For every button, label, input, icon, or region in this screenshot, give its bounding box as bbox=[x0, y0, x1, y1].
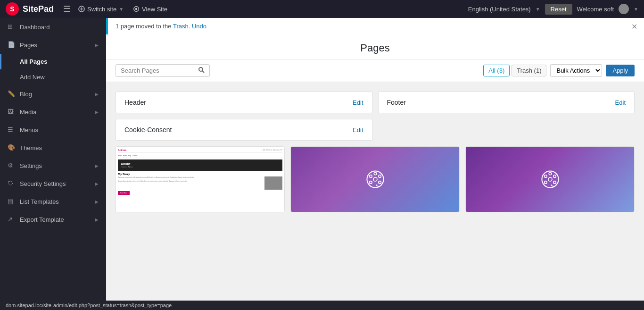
theme-preview-blog bbox=[291, 147, 459, 212]
svg-point-14 bbox=[544, 175, 547, 178]
page-card-header: Header Edit bbox=[116, 92, 372, 113]
dashboard-icon: ⊞ bbox=[8, 23, 15, 31]
sidebar-item-export-template[interactable]: ↗ Export Template ▶ bbox=[0, 210, 106, 228]
sidebar-item-menus[interactable]: ☰ Menus bbox=[0, 121, 106, 139]
page-card-name-cookie: Cookie-Consent bbox=[124, 126, 172, 134]
svg-point-15 bbox=[549, 172, 552, 175]
theme-preview-home bbox=[466, 147, 634, 212]
media-chevron: ▶ bbox=[95, 109, 99, 115]
apply-button[interactable]: Apply bbox=[606, 65, 635, 76]
topbar-right: English (United States) ▼ Reset Welcome … bbox=[468, 4, 638, 15]
trash-link[interactable]: Trash bbox=[173, 23, 189, 30]
sidebar-item-security-settings[interactable]: 🛡 Security Settings ▶ bbox=[0, 175, 106, 193]
theme-footer-blog: Blog bbox=[291, 212, 459, 212]
media-icon: 🖼 bbox=[8, 108, 15, 116]
page-card-footer: Footer Edit bbox=[378, 92, 635, 113]
thumbnails-row: Actress ✦ 121, 4th Street, Manhattan, NY… bbox=[116, 146, 635, 212]
sidebar-item-add-new[interactable]: Add New bbox=[0, 69, 106, 85]
svg-point-7 bbox=[369, 175, 372, 178]
sidebar-item-media[interactable]: 🖼 Media ▶ bbox=[0, 103, 106, 121]
theme-preview-actress: Actress ✦ 121, 4th Street, Manhattan, NY… bbox=[116, 147, 284, 212]
palette-icon-home bbox=[539, 168, 561, 191]
svg-point-11 bbox=[369, 181, 372, 184]
sidebar-item-pages[interactable]: 📄 Pages ▶ bbox=[0, 36, 106, 54]
svg-line-4 bbox=[203, 71, 205, 73]
page-card-name-header: Header bbox=[124, 99, 146, 106]
sidebar-item-label-add-new: Add New bbox=[20, 74, 45, 81]
avatar-chevron: ▼ bbox=[634, 7, 638, 12]
filter-bar: All (3) Trash (1) Bulk Actions Apply bbox=[106, 59, 644, 82]
page-header: Pages bbox=[106, 34, 644, 59]
reset-button[interactable]: Reset bbox=[545, 4, 572, 15]
filter-tab-trash[interactable]: Trash (1) bbox=[512, 65, 546, 76]
sidebar-item-label-all-pages: All Pages bbox=[20, 58, 48, 65]
sidebar-item-list-templates[interactable]: ▤ List Templates ▶ bbox=[0, 193, 106, 210]
sidebar-item-blog[interactable]: ✏️ Blog ▶ bbox=[0, 85, 106, 103]
theme-footer-home: Home bbox=[466, 212, 634, 212]
filter-tabs: All (3) Trash (1) bbox=[483, 65, 546, 76]
search-wrap bbox=[116, 64, 210, 77]
search-button[interactable] bbox=[196, 65, 206, 76]
switch-site-chevron: ▼ bbox=[119, 7, 124, 12]
svg-point-2 bbox=[135, 8, 137, 10]
main-content: 1 page moved to the Trash. Undo ✕ Pages bbox=[106, 18, 644, 301]
settings-icon: ⚙ bbox=[8, 162, 15, 169]
theme-footer-actress: Actress bbox=[116, 212, 284, 212]
sidebar-item-label-pages: Pages bbox=[20, 42, 37, 49]
avatar[interactable] bbox=[619, 4, 629, 14]
welcome-text: Welcome soft bbox=[577, 6, 614, 13]
logo: S SitePad bbox=[6, 2, 54, 16]
theme-card-blog: Blog bbox=[290, 146, 460, 212]
notif-close-button[interactable]: ✕ bbox=[631, 22, 637, 31]
edit-link-footer[interactable]: Edit bbox=[615, 99, 626, 106]
edit-link-cookie[interactable]: Edit bbox=[353, 126, 363, 134]
sidebar-item-label-security: Security Settings bbox=[20, 180, 66, 187]
list-templates-chevron: ▶ bbox=[95, 199, 99, 204]
sidebar: ⊞ Dashboard 📄 Pages ▶ All Pages Add New … bbox=[0, 18, 106, 301]
language-select[interactable]: English (United States) bbox=[468, 6, 531, 13]
theme-card-home: Home bbox=[465, 146, 635, 212]
filter-tab-all[interactable]: All (3) bbox=[483, 65, 510, 76]
sidebar-item-label-dashboard: Dashboard bbox=[20, 24, 50, 31]
menus-icon: ☰ bbox=[8, 126, 15, 134]
page-title: Pages bbox=[116, 42, 635, 54]
edit-link-header[interactable]: Edit bbox=[353, 99, 363, 106]
layout: ⊞ Dashboard 📄 Pages ▶ All Pages Add New … bbox=[0, 18, 644, 301]
statusbar: dom.sitepad.loc/site-admin/edit.php?post… bbox=[0, 301, 644, 310]
switch-site-label: Switch site bbox=[87, 6, 116, 13]
svg-point-3 bbox=[199, 67, 203, 71]
sidebar-item-label-media: Media bbox=[20, 109, 36, 116]
page-card-cookie: Cookie-Consent Edit bbox=[116, 119, 372, 141]
svg-point-9 bbox=[378, 175, 381, 178]
notification-bar: 1 page moved to the Trash. Undo ✕ bbox=[106, 18, 644, 34]
page-title-row: Pages bbox=[116, 34, 635, 59]
pages-chevron: ▶ bbox=[95, 42, 99, 48]
sidebar-item-themes[interactable]: 🎨 Themes bbox=[0, 139, 106, 157]
lang-chevron: ▼ bbox=[536, 7, 540, 12]
logo-icon: S bbox=[6, 2, 19, 16]
view-site-label: View Site bbox=[142, 6, 167, 13]
search-input[interactable] bbox=[119, 65, 194, 76]
undo-link[interactable]: Undo bbox=[192, 23, 206, 30]
svg-point-13 bbox=[548, 177, 552, 181]
sidebar-item-label-export: Export Template bbox=[20, 216, 64, 223]
sidebar-item-dashboard[interactable]: ⊞ Dashboard bbox=[0, 18, 106, 36]
hamburger-icon[interactable]: ☰ bbox=[63, 4, 71, 14]
svg-point-10 bbox=[378, 181, 381, 184]
sidebar-item-all-pages[interactable]: All Pages bbox=[0, 54, 106, 69]
topbar-nav: Switch site ▼ View Site bbox=[78, 6, 167, 13]
list-templates-icon: ▤ bbox=[8, 198, 15, 205]
security-chevron: ▶ bbox=[95, 181, 99, 186]
view-site-button[interactable]: View Site bbox=[133, 6, 167, 13]
bulk-actions-select[interactable]: Bulk Actions bbox=[550, 64, 602, 77]
sidebar-item-label-menus: Menus bbox=[20, 126, 38, 134]
sidebar-item-label-blog: Blog bbox=[20, 91, 32, 98]
switch-site-button[interactable]: Switch site ▼ bbox=[78, 6, 124, 13]
settings-chevron: ▶ bbox=[95, 163, 99, 168]
blog-icon: ✏️ bbox=[8, 90, 15, 98]
blog-chevron: ▶ bbox=[95, 92, 99, 97]
themes-icon: 🎨 bbox=[8, 144, 15, 151]
svg-point-16 bbox=[553, 175, 556, 178]
sidebar-item-settings[interactable]: ⚙ Settings ▶ bbox=[0, 157, 106, 175]
logo-text: SitePad bbox=[23, 4, 54, 14]
